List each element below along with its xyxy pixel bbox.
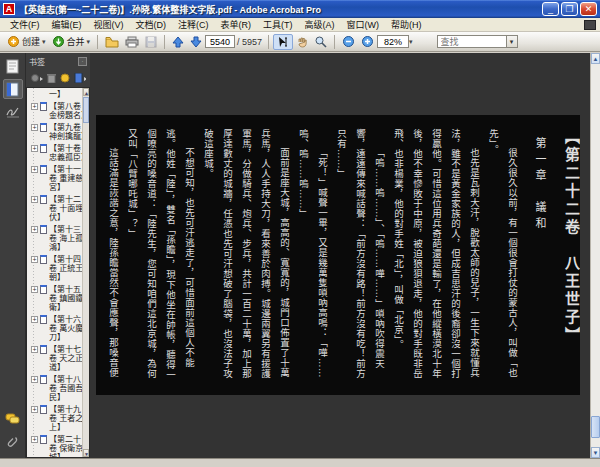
- bookmark-item[interactable]: + 【第八卷 金榜題名】: [29, 102, 82, 120]
- bookmark-item[interactable]: + 【第十六卷 萬火魔刀】: [29, 315, 82, 342]
- title-bar: A 【英雄志(第一~二十二卷)】.孙晓.繁体整排文字版.pdf - Adobe …: [0, 0, 600, 18]
- menu-file[interactable]: 文件(F): [4, 18, 46, 31]
- bookmark-item[interactable]: + 【第十三卷 海上孤鴻】: [29, 225, 82, 252]
- expander-icon[interactable]: +: [31, 286, 38, 293]
- menu-forms[interactable]: 表单(R): [215, 18, 258, 31]
- expander-icon[interactable]: +: [31, 406, 38, 413]
- bookmark-item[interactable]: 一】: [29, 90, 82, 99]
- menu-window[interactable]: 窗口(W): [341, 18, 386, 31]
- comments-panel-icon[interactable]: [3, 409, 23, 429]
- expander-icon[interactable]: +: [31, 376, 38, 383]
- minimize-button[interactable]: _: [542, 2, 559, 16]
- bookmark-label: 【第十八卷 吾國吾民】: [49, 375, 82, 402]
- menu-edit[interactable]: 编辑(E): [46, 18, 88, 31]
- bookmark-item[interactable]: + 【第十八卷 吾國吾民】: [29, 375, 82, 402]
- menu-tools[interactable]: 工具(T): [257, 18, 299, 31]
- expander-icon[interactable]: +: [31, 436, 38, 443]
- bookmark-item[interactable]: + 【第十卷 忠義孤臣】: [29, 144, 82, 162]
- find-caret-icon[interactable]: ▾: [507, 35, 518, 48]
- restore-button[interactable]: ❐: [561, 2, 578, 16]
- page-number-input[interactable]: [205, 35, 235, 48]
- combine-icon: [52, 35, 65, 48]
- zoom-out-button[interactable]: [339, 34, 358, 49]
- bookmarks-scrollbar[interactable]: ▲ ▼: [82, 88, 89, 457]
- bookmark-label: 一】: [49, 90, 82, 99]
- expander-icon[interactable]: +: [31, 226, 38, 233]
- find-input[interactable]: [437, 35, 507, 48]
- marquee-zoom-button[interactable]: [311, 34, 330, 49]
- bookmark-item[interactable]: + 【第十七卷 天之正道】: [29, 345, 82, 372]
- close-button[interactable]: ✕: [580, 2, 597, 16]
- print-button[interactable]: [122, 35, 142, 49]
- expander-icon[interactable]: +: [31, 145, 38, 152]
- expander-icon[interactable]: +: [31, 103, 38, 110]
- bookmarks-panel-icon[interactable]: [3, 79, 23, 99]
- pages-panel-icon[interactable]: [3, 56, 23, 76]
- bookmark-page-icon: [40, 144, 47, 153]
- bookmark-label: 【第二十卷 保衛京城】: [49, 435, 82, 457]
- bookmark-page-icon: [40, 375, 47, 384]
- attachments-panel-icon[interactable]: [3, 432, 23, 452]
- bookmark-item[interactable]: + 【第十一卷 重建慈宮】: [29, 165, 82, 192]
- bookmark-item[interactable]: + 【第二十卷 保衛京城】: [29, 435, 82, 457]
- bookmark-item[interactable]: + 【第十四卷 正統王朝】: [29, 255, 82, 282]
- menu-document[interactable]: 文档(D): [130, 18, 173, 31]
- hand-tool-button[interactable]: [293, 35, 311, 49]
- delete-bookmark-icon[interactable]: [47, 73, 56, 83]
- toolbar-separator: [97, 35, 98, 49]
- paragraph: 很久很久以前，有一個很會打仗的蒙古人，叫做「也先」。: [484, 129, 522, 381]
- new-bookmark-icon[interactable]: [74, 73, 86, 83]
- bookmark-label: 【第十三卷 海上孤鴻】: [49, 225, 82, 252]
- combine-button[interactable]: 合并 ▾: [49, 34, 94, 49]
- bookmark-options-icon[interactable]: [30, 73, 43, 83]
- save-button[interactable]: [142, 35, 160, 49]
- previous-page-button[interactable]: [169, 35, 187, 49]
- bookmark-item[interactable]: + 【第九卷 神劍擒龍】: [29, 123, 82, 141]
- scroll-up-icon[interactable]: ▲: [591, 53, 600, 64]
- expander-icon[interactable]: +: [31, 196, 38, 203]
- bookmark-label: 【第九卷 神劍擒龍】: [49, 123, 82, 141]
- scroll-down-icon[interactable]: ▼: [83, 449, 89, 457]
- page-text: 【第二十二卷 八王世子】 第一章 議和 很久很久以前，有一個很會打仗的蒙古人，叫…: [104, 129, 580, 381]
- navigation-strip: [0, 53, 26, 458]
- bookmark-item[interactable]: + 【第十五卷 鎮國鐵衛】: [29, 285, 82, 312]
- next-page-button[interactable]: [187, 35, 205, 49]
- magnifier-icon: [314, 35, 327, 48]
- highlight-bookmark-icon[interactable]: [60, 73, 70, 83]
- menu-comments[interactable]: 注释(C): [172, 18, 215, 31]
- paragraph: 也先是瓦剌大汗，脫歡太師的兒子，一生下來就懂兵法，雖不是黃金家族的人，但成吉思汗…: [389, 129, 484, 381]
- document-scrollbar[interactable]: ▲ ▼: [590, 53, 600, 458]
- document-scroll-thumb[interactable]: [591, 416, 600, 438]
- create-pdf-button[interactable]: 创建 ▾: [4, 34, 49, 49]
- menu-help[interactable]: 帮助(H): [385, 18, 428, 31]
- expander-icon[interactable]: +: [31, 124, 38, 131]
- panel-options-icon[interactable]: ·: [78, 57, 87, 66]
- paragraph: 「嗚……嗚……」、「嗚……嘩……」嗩吶吹得震天響，遠遠傳來喊話聲：「前方沒有路！…: [332, 129, 389, 381]
- expander-icon[interactable]: +: [31, 256, 38, 263]
- menu-view[interactable]: 视图(V): [88, 18, 130, 31]
- zoom-level-input[interactable]: [377, 35, 409, 48]
- bookmark-label: 【第十四卷 正統王朝】: [49, 255, 82, 282]
- zoom-caret-icon[interactable]: ▾: [409, 38, 413, 46]
- zoom-in-button[interactable]: [358, 34, 377, 49]
- toolbar-separator: [268, 35, 269, 49]
- create-pdf-label: 创建: [22, 35, 40, 48]
- menu-advanced[interactable]: 高级(A): [299, 18, 341, 31]
- scroll-down-icon[interactable]: ▼: [591, 447, 600, 458]
- toolbar-separator: [164, 35, 165, 49]
- expander-icon[interactable]: +: [31, 166, 38, 173]
- document-area[interactable]: 【第二十二卷 八王世子】 第一章 議和 很久很久以前，有一個很會打仗的蒙古人，叫…: [90, 53, 600, 458]
- open-folder-icon: [105, 36, 119, 48]
- bookmark-page-icon: [40, 195, 47, 204]
- scroll-up-icon[interactable]: ▲: [83, 88, 89, 96]
- signatures-panel-icon[interactable]: [3, 102, 23, 122]
- bookmarks-scroll-thumb[interactable]: [83, 97, 89, 123]
- bookmark-item[interactable]: + 【第十二卷 十面埋伏】: [29, 195, 82, 222]
- expander-icon[interactable]: +: [31, 316, 38, 323]
- bookmarks-panel: 书签 · 一】 + 【第八卷 金榜題名】: [26, 53, 90, 458]
- child-window-restore-icon[interactable]: [584, 20, 596, 30]
- expander-icon[interactable]: +: [31, 346, 38, 353]
- open-button[interactable]: [102, 35, 122, 49]
- bookmark-item[interactable]: + 【第十九卷 王者之上】: [29, 405, 82, 432]
- select-tool-button[interactable]: [273, 34, 293, 50]
